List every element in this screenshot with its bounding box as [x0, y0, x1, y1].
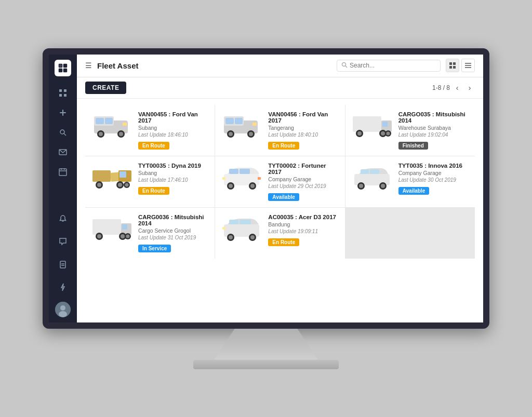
asset-location: Company Garage: [398, 170, 469, 176]
svg-point-58: [381, 131, 385, 136]
svg-rect-6: [64, 89, 66, 92]
asset-card[interactable]: TYT00002 : Fortuner 2017 Company Garage …: [215, 156, 344, 207]
svg-rect-97: [229, 220, 238, 224]
asset-name: TYT00035 : Dyna 2019: [138, 163, 208, 169]
asset-update: Last Update 18:46:10: [138, 132, 208, 138]
asset-update: Last Update 17:46:10: [138, 177, 208, 183]
svg-point-75: [229, 184, 233, 188]
svg-rect-81: [361, 169, 369, 174]
sidebar-chat-icon[interactable]: [55, 233, 71, 250]
sidebar-bell-icon[interactable]: [55, 210, 71, 227]
asset-update: Last Update 19:02:04: [398, 132, 469, 138]
svg-rect-3: [63, 69, 67, 72]
toolbar: CREATE 1-8 / 8 ‹ ›: [77, 77, 483, 99]
monitor-stand: [214, 329, 318, 360]
menu-icon[interactable]: ☰: [85, 61, 92, 70]
app-logo[interactable]: [55, 60, 71, 76]
sidebar: [49, 55, 77, 322]
next-page-button[interactable]: ›: [464, 83, 475, 93]
svg-rect-4: [59, 64, 62, 67]
asset-card[interactable]: AC00035 : Acer D3 2017 Bandung Last Upda…: [215, 208, 344, 259]
svg-point-102: [250, 235, 255, 239]
asset-location: Company Garage: [268, 176, 338, 182]
asset-info: TYT00035 : Dyna 2019 Subang Last Update …: [138, 163, 208, 195]
asset-card[interactable]: VAN00456 : Ford Van 2017 Tangerang Last …: [215, 105, 344, 156]
svg-rect-103: [222, 227, 225, 230]
sidebar-calendar-icon[interactable]: [55, 164, 71, 180]
status-badge: In Service: [138, 245, 171, 252]
asset-card[interactable]: VAN00455 : Ford Van 2017 Subang Last Upd…: [85, 105, 215, 156]
svg-point-56: [357, 131, 362, 136]
sidebar-search-icon[interactable]: [55, 124, 71, 141]
prev-page-button[interactable]: ‹: [452, 83, 462, 93]
asset-update: Last Update 29 Oct 2019: [268, 183, 338, 189]
asset-name: CARG0036 : Mitsubishi 2014: [138, 214, 208, 226]
svg-line-26: [345, 66, 347, 68]
svg-point-68: [118, 183, 122, 187]
search-box[interactable]: [337, 60, 441, 72]
svg-rect-36: [96, 118, 104, 124]
svg-point-100: [229, 235, 233, 239]
asset-image: [91, 111, 133, 140]
create-button[interactable]: CREATE: [85, 82, 126, 94]
svg-point-70: [125, 183, 129, 186]
status-badge: En Route: [138, 142, 169, 150]
svg-point-48: [229, 132, 233, 136]
svg-rect-52: [353, 116, 381, 132]
svg-rect-82: [370, 169, 379, 174]
svg-rect-61: [92, 170, 111, 182]
asset-info: AC00035 : Acer D3 2017 Bandung Last Upda…: [268, 214, 338, 246]
asset-image: [221, 214, 263, 243]
svg-point-24: [59, 311, 67, 317]
asset-grid: VAN00455 : Ford Van 2017 Subang Last Upd…: [77, 99, 483, 322]
svg-point-95: [126, 234, 130, 238]
svg-rect-79: [258, 177, 261, 180]
asset-info: VAN00456 : Ford Van 2017 Tangerang Last …: [268, 111, 338, 150]
asset-name: VAN00455 : Ford Van 2017: [138, 111, 208, 124]
sidebar-grid-icon[interactable]: [55, 85, 71, 101]
asset-name: VAN00456 : Ford Van 2017: [268, 111, 338, 124]
asset-location: Cargo Service Grogol: [138, 227, 208, 234]
svg-rect-14: [59, 169, 66, 176]
svg-rect-87: [92, 219, 121, 235]
asset-card[interactable]: TYT0035 : Innova 2016 Company Garage Las…: [345, 156, 475, 207]
svg-rect-54: [382, 122, 388, 127]
asset-location: Bandung: [268, 221, 338, 227]
svg-rect-72: [229, 169, 238, 174]
status-badge: Available: [268, 193, 299, 201]
svg-rect-27: [449, 62, 452, 65]
asset-location: Warehouse Surabaya: [398, 125, 469, 131]
page-title: Fleet Asset: [97, 61, 331, 70]
asset-image: [352, 163, 393, 191]
asset-info: TYT0035 : Innova 2016 Company Garage Las…: [398, 163, 469, 195]
asset-card[interactable]: TYT00035 : Dyna 2019 Subang Last Update …: [85, 156, 215, 207]
asset-location: Subang: [138, 125, 208, 131]
status-badge: Available: [398, 187, 430, 195]
asset-card[interactable]: CARG0036 : Mitsubishi 2014 Cargo Service…: [85, 208, 215, 259]
asset-location: Tangerang: [268, 125, 338, 131]
svg-point-77: [250, 184, 255, 188]
search-input[interactable]: [350, 62, 436, 69]
sidebar-clipboard-icon[interactable]: [55, 256, 71, 273]
asset-card[interactable]: CARGO035 : Mitsubishi 2014 Warehouse Sur…: [345, 105, 475, 156]
asset-update: Last Update 31 Oct 2019: [138, 235, 208, 240]
asset-name: TYT00002 : Fortuner 2017: [268, 163, 338, 175]
grid-container: VAN00455 : Ford Van 2017 Subang Last Upd…: [85, 105, 475, 259]
list-view-button[interactable]: [461, 59, 475, 72]
avatar[interactable]: [55, 302, 71, 317]
svg-rect-51: [252, 123, 257, 126]
svg-rect-30: [453, 66, 456, 69]
grid-view-button[interactable]: [446, 59, 459, 72]
status-badge: En Route: [268, 238, 299, 246]
asset-info: CARG0036 : Mitsubishi 2014 Cargo Service…: [138, 214, 208, 252]
svg-point-86: [381, 184, 385, 188]
svg-rect-78: [222, 177, 225, 180]
sidebar-mail-icon[interactable]: [55, 144, 71, 160]
svg-point-60: [386, 131, 390, 135]
svg-point-41: [119, 132, 123, 136]
sidebar-lightning-icon[interactable]: [55, 279, 71, 295]
svg-line-12: [64, 133, 66, 136]
status-badge: Finished: [398, 142, 428, 150]
pagination-text: 1-8 / 8: [432, 84, 450, 91]
sidebar-plus-icon[interactable]: [55, 104, 71, 121]
